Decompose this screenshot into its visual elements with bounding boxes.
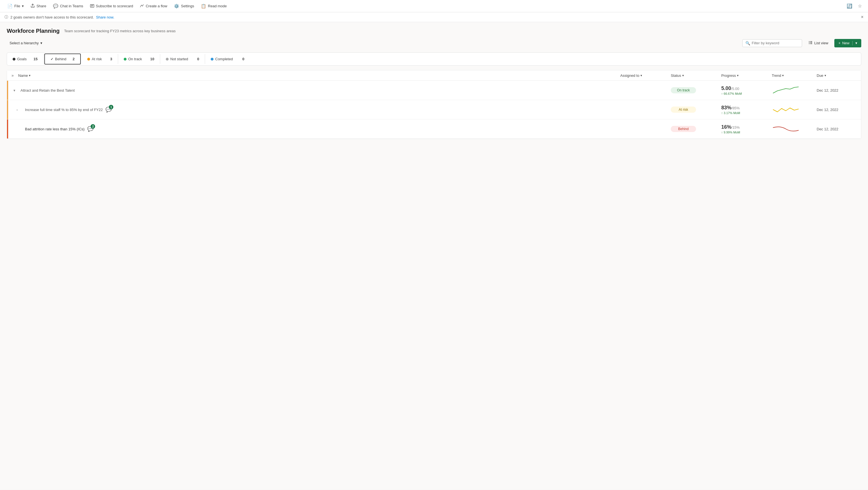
filter-not-started-count: 0 xyxy=(197,57,199,61)
refresh-icon[interactable]: 🔄 xyxy=(845,2,854,10)
comment-badge[interactable]: 💬 2 xyxy=(87,126,93,132)
toolbar-read-mode[interactable]: 📋 Read mode xyxy=(198,2,229,10)
row-status-bar xyxy=(7,120,8,138)
search-input[interactable] xyxy=(752,41,799,45)
table-row[interactable]: ▾ Attract and Retain the Best Talent On … xyxy=(7,81,861,100)
filter-tab-behind[interactable]: ✓ Behind 2 xyxy=(44,54,81,64)
filter-on-track-count: 10 xyxy=(150,57,154,61)
list-view-button[interactable]: List view xyxy=(805,39,831,47)
list-view-icon xyxy=(808,40,813,46)
trend-sort-icon: ▾ xyxy=(782,74,784,77)
toolbar-right-icons: 🔄 ☆ xyxy=(845,2,864,10)
col-header-progress[interactable]: Progress ▾ xyxy=(721,73,772,78)
file-icon: 📄 xyxy=(7,4,12,9)
not-started-dot-icon xyxy=(166,58,168,61)
col-header-assigned[interactable]: Assigned to ▾ xyxy=(620,73,671,78)
hierarchy-selector[interactable]: Select a hierarchy ▾ xyxy=(7,39,45,47)
controls-right: 🔍 List view + New xyxy=(742,39,861,47)
col-header-name[interactable]: Name ▾ xyxy=(16,73,620,78)
filter-not-started-label: Not started xyxy=(170,57,188,61)
svg-rect-5 xyxy=(809,43,810,44)
hierarchy-label: Select a hierarchy xyxy=(9,41,39,45)
row-expand-button[interactable]: › xyxy=(9,108,19,112)
filter-tab-at-risk[interactable]: At risk 3 xyxy=(82,54,118,64)
page-header: Workforce Planning Team scorecard for tr… xyxy=(7,28,861,34)
completed-dot-icon xyxy=(211,58,214,61)
row-goal-name: Increase full time staff % to 85% by end… xyxy=(19,106,620,113)
goals-dot-icon xyxy=(12,58,16,61)
progress-mom: ↑ 9.99% MoM xyxy=(721,131,772,134)
filter-goals-count: 15 xyxy=(34,57,38,61)
table-row[interactable]: Bad attrition rate less than 15% (ICs) 💬… xyxy=(7,120,861,139)
goals-table: » Name ▾ Assigned to ▾ Status ▾ Progress… xyxy=(7,70,861,139)
col-header-trend[interactable]: Trend ▾ xyxy=(772,73,817,78)
filter-tab-on-track[interactable]: On track 10 xyxy=(118,54,160,64)
info-close-button[interactable]: × xyxy=(861,14,864,20)
filter-completed-label: Completed xyxy=(215,57,233,61)
search-box[interactable]: 🔍 xyxy=(742,39,802,47)
toolbar: 📄 File ▾ Share 💬 Chat in Teams Subscribe… xyxy=(0,0,868,12)
row-progress: 83%/85% ↑ 3.17% MoM xyxy=(721,105,772,115)
col-header-status[interactable]: Status ▾ xyxy=(671,73,721,78)
toolbar-chat-in-teams[interactable]: 💬 Chat in Teams xyxy=(50,2,86,10)
toolbar-subscribe[interactable]: Subscribe to scorecard xyxy=(87,2,136,10)
row-status-bar xyxy=(7,100,8,119)
progress-value: 83% xyxy=(721,105,732,110)
toolbar-share[interactable]: Share xyxy=(28,2,49,10)
progress-sort-icon: ▾ xyxy=(737,74,739,77)
svg-rect-3 xyxy=(809,42,810,43)
info-share-link[interactable]: Share now. xyxy=(96,15,114,19)
filter-tabs: Goals 15 ✓ Behind 2 At risk 3 On track xyxy=(7,53,861,66)
filter-at-risk-label: At risk xyxy=(92,57,102,61)
progress-target: /85% xyxy=(732,106,740,110)
progress-value: 5.00 xyxy=(721,86,731,91)
page-subtitle: Team scorecard for tracking FY23 metrics… xyxy=(64,29,176,33)
controls-row: Select a hierarchy ▾ 🔍 xyxy=(7,39,861,47)
info-icon: ⓘ xyxy=(4,14,8,20)
toolbar-settings[interactable]: ⚙️ Settings xyxy=(171,2,197,10)
row-due: Dec 12, 2022 xyxy=(817,88,859,93)
svg-rect-0 xyxy=(90,4,94,7)
toolbar-file[interactable]: 📄 File ▾ xyxy=(4,2,27,10)
filter-tab-not-started[interactable]: Not started 0 xyxy=(160,54,205,64)
list-view-label: List view xyxy=(814,41,829,45)
row-due: Dec 12, 2022 xyxy=(817,108,859,112)
toolbar-create-flow[interactable]: Create a flow xyxy=(137,2,170,10)
svg-rect-1 xyxy=(809,41,810,42)
new-button[interactable]: + New ▾ xyxy=(834,39,861,47)
row-status: At risk xyxy=(671,106,721,113)
status-sort-icon: ▾ xyxy=(682,74,684,77)
filter-tab-goals[interactable]: Goals 15 xyxy=(7,54,43,64)
new-label: New xyxy=(842,41,849,45)
row-expand-button[interactable]: ▾ xyxy=(9,88,19,93)
on-track-dot-icon xyxy=(124,58,126,61)
new-plus-icon: + xyxy=(838,41,840,45)
comment-badge[interactable]: 💬 1 xyxy=(105,106,112,113)
filter-tab-completed[interactable]: Completed 0 xyxy=(205,54,250,64)
expand-all-icon[interactable]: » xyxy=(9,73,16,78)
filter-completed-count: 0 xyxy=(242,57,244,61)
row-progress: 5.00/5.00 ↑ 66.67% MoM xyxy=(721,86,772,95)
status-badge: Behind xyxy=(671,126,696,132)
table-row[interactable]: › Increase full time staff % to 85% by e… xyxy=(7,100,861,120)
progress-value: 16% xyxy=(721,124,732,130)
row-trend xyxy=(772,123,817,135)
page-title: Workforce Planning xyxy=(7,28,60,34)
row-status: Behind xyxy=(671,126,721,132)
row-progress: 16%/15% ↑ 9.99% MoM xyxy=(721,124,772,134)
status-badge: At risk xyxy=(671,106,696,113)
star-icon[interactable]: ☆ xyxy=(856,2,864,10)
row-trend xyxy=(772,104,817,115)
filter-on-track-label: On track xyxy=(128,57,142,61)
svg-rect-6 xyxy=(810,43,812,44)
row-due: Dec 12, 2022 xyxy=(817,127,859,131)
filter-behind-label: Behind xyxy=(55,57,66,61)
read-mode-icon: 📋 xyxy=(201,4,206,9)
row-status: On track xyxy=(671,87,721,93)
subscribe-icon xyxy=(90,4,94,9)
row-goal-name: Attract and Retain the Best Talent xyxy=(19,88,620,93)
col-header-due[interactable]: Due ▾ xyxy=(817,73,859,78)
name-sort-icon: ▾ xyxy=(29,74,31,77)
badge-count: 2 xyxy=(91,124,95,129)
create-flow-icon xyxy=(140,4,144,9)
